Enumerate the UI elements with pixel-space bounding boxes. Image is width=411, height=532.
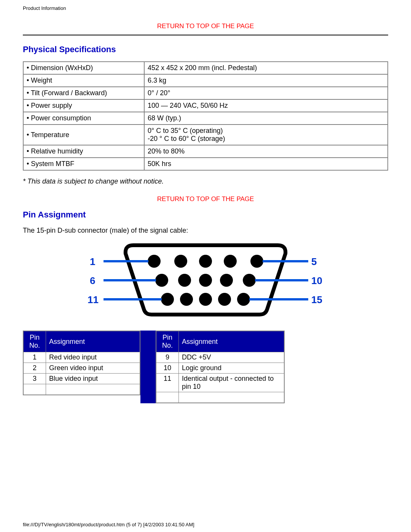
pin-asg: Blue video input [46,374,140,384]
table-row: • Power supply100 — 240 VAC, 50/60 Hz [23,99,388,112]
spec-label: • Relative humidity [23,145,144,158]
diagram-label-11: 11 [88,294,99,306]
pin-asg [179,392,285,403]
pin-no: 11 [156,374,179,392]
spec-value: 50K hrs [144,158,388,170]
pin-asg: DDC +5V [179,352,285,363]
return-top-label: RETURN TO TOP OF THE PAGE [157,195,254,203]
svg-point-5 [155,274,168,287]
horizontal-rule [23,35,388,35]
spec-value: 100 — 240 VAC, 50/60 Hz [144,99,388,112]
spec-value: 452 x 452 x 200 mm (incl. Pedestal) [144,62,388,74]
table-row: 1Red video input [23,352,140,363]
svg-point-2 [199,255,212,268]
footer-path: file:///D|/TV/english/180mt/product/prod… [23,522,194,527]
pin-no: 9 [156,352,179,363]
spec-value: 6.3 kg [144,74,388,87]
return-top-link-2[interactable]: RETURN TO TOP OF THE PAGE [23,195,388,203]
pin-table-right: Pin No. Assignment 9DDC +5V 10Logic grou… [156,331,285,403]
table-physical-specifications: • Dimension (WxHxD)452 x 452 x 200 mm (i… [23,61,388,171]
svg-point-7 [199,274,212,287]
spec-value: 0° / 20° [144,87,388,99]
diagram-label-5: 5 [311,256,317,268]
table-row: • Tilt (Forward / Backward)0° / 20° [23,87,388,99]
svg-point-14 [237,293,250,306]
diagram-label-6: 6 [90,275,95,287]
pin-asg: Identical output - connected to pin 10 [179,374,285,392]
return-top-link-1[interactable]: RETURN TO TOP OF THE PAGE [23,22,388,30]
table-row: • Weight6.3 kg [23,74,388,87]
heading-pin-assignment: Pin Assignment [23,210,388,220]
spec-label: • System MTBF [23,158,144,170]
svg-point-6 [178,274,191,287]
spec-label: • Tilt (Forward / Backward) [23,87,144,99]
svg-point-3 [224,255,237,268]
svg-point-8 [220,274,233,287]
pin-assignment-tables: Pin No. Assignment 1Red video input 2Gre… [23,331,388,403]
table-row: 2Green video input [23,363,140,374]
pin-no: 10 [156,363,179,374]
pin-asg: Logic ground [179,363,285,374]
col-assignment: Assignment [46,331,140,352]
diagram-label-1: 1 [90,256,95,268]
page-header: Product Information [23,0,388,13]
col-assignment: Assignment [179,331,285,352]
pin-asg: Green video input [46,363,140,374]
dsub-connector-icon [88,238,323,318]
table-row: • Power consumption68 W (typ.) [23,112,388,125]
spec-label: • Power supply [23,99,144,112]
diagram-label-15: 15 [311,294,322,306]
svg-point-1 [174,255,187,268]
spec-value: 0° C to 35° C (operating) -20 ° C to 60°… [144,125,388,145]
table-divider [140,331,156,403]
spec-value: 68 W (typ.) [144,112,388,125]
pin-no: 2 [23,363,46,374]
spec-label: • Dimension (WxHxD) [23,62,144,74]
diagram-label-10: 10 [311,275,322,287]
table-row: 10Logic ground [156,363,284,374]
pin-intro: The 15-pin D-sub connector (male) of the… [23,227,388,235]
table-row: • Relative humidity20% to 80% [23,145,388,158]
spec-value: 20% to 80% [144,145,388,158]
pin-no [156,392,179,403]
pin-no [23,384,46,395]
svg-point-9 [243,274,256,287]
footnote: * This data is subject to change without… [23,177,388,185]
svg-point-12 [199,293,212,306]
dsub-connector-diagram: 1 6 11 5 10 15 [88,238,323,322]
table-row [23,384,140,395]
table-row: 9DDC +5V [156,352,284,363]
col-pin-no: Pin No. [23,331,46,352]
table-row: 11Identical output - connected to pin 10 [156,374,284,392]
pin-no: 3 [23,374,46,384]
table-row: • System MTBF50K hrs [23,158,388,170]
svg-point-11 [180,293,193,306]
spec-label: • Power consumption [23,112,144,125]
table-row: • Dimension (WxHxD)452 x 452 x 200 mm (i… [23,62,388,74]
heading-physical-specifications: Physical Specifications [23,45,388,54]
svg-point-10 [161,293,174,306]
return-top-label: RETURN TO TOP OF THE PAGE [157,22,254,30]
col-pin-no: Pin No. [156,331,179,352]
svg-point-4 [250,255,263,268]
svg-point-13 [218,293,231,306]
svg-point-0 [148,255,161,268]
spec-label: • Weight [23,74,144,87]
pin-table-left: Pin No. Assignment 1Red video input 2Gre… [23,331,140,395]
spec-label: • Temperature [23,125,144,145]
pin-asg: Red video input [46,352,140,363]
pin-asg [46,384,140,395]
table-row: 3Blue video input [23,374,140,384]
pin-no: 1 [23,352,46,363]
table-row: • Temperature0° C to 35° C (operating) -… [23,125,388,145]
table-row [156,392,284,403]
